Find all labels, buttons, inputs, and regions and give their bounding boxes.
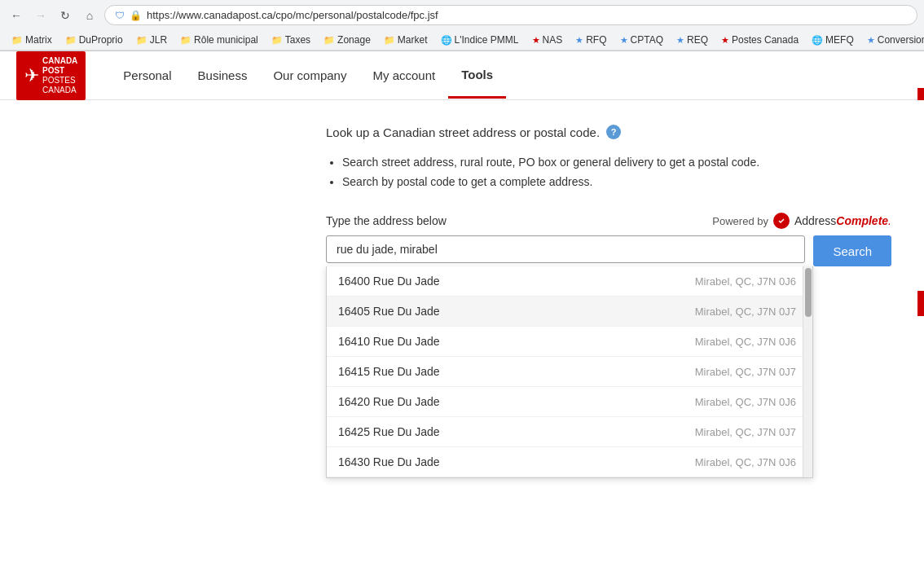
dropdown-item[interactable]: 16405 Rue Du Jade Mirabel, QC, J7N 0J7: [327, 297, 812, 327]
help-icon[interactable]: ?: [606, 125, 621, 139]
form-header: Type the address below Powered by Addres…: [326, 213, 891, 229]
dropdown-item[interactable]: 16425 Rue Du Jade Mirabel, QC, J7N 0J7: [327, 417, 812, 447]
logo-text-fr: POSTES CANADA: [42, 76, 77, 95]
bookmark-item[interactable]: ★Conversion uni: [862, 33, 924, 47]
bookmark-item[interactable]: ★CPTAQ: [615, 33, 668, 47]
dropdown-address: 16425 Rue Du Jade: [338, 425, 440, 438]
page-description: Look up a Canadian street address or pos…: [326, 125, 891, 139]
dropdown-location: Mirabel, QC, J7N 0J6: [695, 456, 796, 468]
dropdown-address: 16410 Rue Du Jade: [338, 335, 440, 348]
main-content: Look up a Canadian street address or pos…: [0, 100, 924, 291]
scrollbar-thumb: [805, 268, 812, 317]
dropdown-address: 16405 Rue Du Jade: [338, 305, 440, 318]
address-complete-icon: [773, 213, 790, 229]
dropdown-item[interactable]: 16400 Rue Du Jade Mirabel, QC, J7N 0J6: [327, 266, 812, 297]
nav-my-account[interactable]: My account: [359, 54, 448, 97]
logo-bird: ✈: [24, 65, 39, 86]
bookmark-item[interactable]: ★NAS: [527, 33, 568, 47]
dropdown-location: Mirabel, QC, J7N 0J7: [695, 426, 796, 438]
address-search-input[interactable]: [326, 235, 805, 263]
bullet-2: Search by postal code to get a complete …: [342, 175, 891, 188]
bookmark-item[interactable]: 📁Rôle municipal: [175, 33, 263, 47]
search-button[interactable]: Search: [813, 235, 891, 266]
dropdown-location: Mirabel, QC, J7N 0J6: [695, 275, 796, 288]
reload-button[interactable]: ↻: [55, 6, 75, 25]
canada-post-logo[interactable]: ✈ CANADA POST POSTES CANADA: [16, 51, 86, 100]
browser-chrome: ← → ↻ ⌂ 🛡 🔒 https://www.canadapost.ca/cp…: [0, 0, 924, 51]
bookmark-item[interactable]: 📁DuProprio: [60, 33, 128, 47]
logo-box: ✈ CANADA POST POSTES CANADA: [16, 51, 86, 100]
dropdown-item[interactable]: 16420 Rue Du Jade Mirabel, QC, J7N 0J6: [327, 387, 812, 417]
browser-toolbar: ← → ↻ ⌂ 🛡 🔒 https://www.canadapost.ca/cp…: [0, 0, 924, 30]
form-label: Type the address below: [326, 214, 447, 227]
address-complete-brand: AddressComplete.: [794, 214, 891, 227]
bookmark-item[interactable]: 📁JLR: [131, 33, 172, 47]
dropdown-address: 16420 Rue Du Jade: [338, 395, 440, 408]
dropdown-item[interactable]: 16430 Rue Du Jade Mirabel, QC, J7N 0J6: [327, 447, 812, 477]
nav-our-company[interactable]: Our company: [260, 54, 359, 97]
url-text: https://www.canadapost.ca/cpo/mc/persona…: [147, 9, 438, 21]
nav-tools[interactable]: Tools: [448, 53, 506, 99]
site-header: ✈ CANADA POST POSTES CANADA Personal Bus…: [0, 51, 924, 100]
bookmark-item[interactable]: ★REQ: [671, 33, 713, 47]
forward-button[interactable]: →: [31, 6, 51, 25]
dropdown-location: Mirabel, QC, J7N 0J7: [695, 305, 796, 318]
nav-business[interactable]: Business: [185, 54, 261, 97]
bookmark-item[interactable]: ★RFQ: [570, 33, 611, 47]
logo-text-en: CANADA POST: [42, 56, 77, 76]
powered-by: Powered by AddressComplete.: [712, 213, 891, 229]
dropdown-item[interactable]: 16415 Rue Du Jade Mirabel, QC, J7N 0J7: [327, 357, 812, 387]
dropdown-location: Mirabel, QC, J7N 0J7: [695, 366, 796, 378]
info-list: Search street address, rural route, PO b…: [326, 156, 891, 188]
main-nav: Personal Business Our company My account…: [110, 53, 908, 99]
home-button[interactable]: ⌂: [80, 6, 99, 25]
lock-icon: 🔒: [130, 10, 142, 21]
bookmark-item[interactable]: 🌐MEFQ: [807, 33, 859, 47]
nav-personal[interactable]: Personal: [110, 54, 184, 97]
bullet-1: Search street address, rural route, PO b…: [342, 156, 891, 169]
bookmark-item[interactable]: 🌐L'Indice PMML: [436, 33, 524, 47]
bookmark-item[interactable]: 📁Market: [379, 33, 433, 47]
address-bar[interactable]: 🛡 🔒 https://www.canadapost.ca/cpo/mc/per…: [104, 5, 917, 25]
dropdown-item[interactable]: 16410 Rue Du Jade Mirabel, QC, J7N 0J6: [327, 327, 812, 357]
bookmark-item[interactable]: 📁Matrix: [7, 33, 57, 47]
dropdown-location: Mirabel, QC, J7N 0J6: [695, 336, 796, 348]
dropdown-address: 16415 Rue Du Jade: [338, 365, 440, 378]
bookmark-item[interactable]: 📁Taxes: [266, 33, 315, 47]
bookmarks-bar: 📁Matrix📁DuProprio📁JLR📁Rôle municipal📁Tax…: [0, 30, 924, 51]
address-dropdown: 16400 Rue Du Jade Mirabel, QC, J7N 0J6 1…: [326, 266, 813, 478]
dropdown-location: Mirabel, QC, J7N 0J6: [695, 396, 796, 408]
bookmark-item[interactable]: 📁Zonage: [319, 33, 376, 47]
dropdown-address: 16430 Rue Du Jade: [338, 455, 440, 468]
back-button[interactable]: ←: [7, 6, 26, 25]
bookmark-item[interactable]: ★Postes Canada: [716, 33, 803, 47]
dropdown-scrollbar[interactable]: [803, 266, 812, 477]
shield-icon: 🛡: [115, 10, 125, 21]
search-row: Search 16400 Rue Du Jade Mirabel, QC, J7…: [326, 235, 891, 266]
search-form: Type the address below Powered by Addres…: [326, 213, 891, 266]
dropdown-address: 16400 Rue Du Jade: [338, 275, 440, 288]
